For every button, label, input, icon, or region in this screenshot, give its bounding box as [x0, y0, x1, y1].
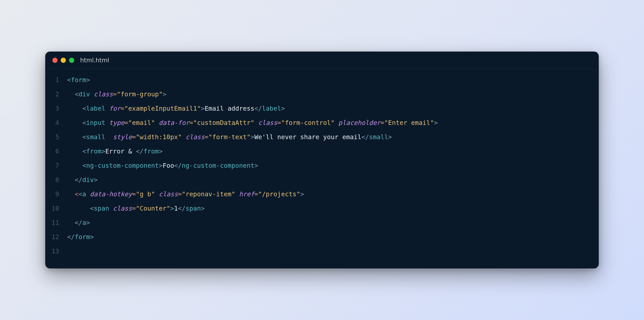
code-line: 12 </form> [45, 230, 599, 244]
code-editor[interactable]: 1 <form> 2 <div class="form-group"> 3 <l… [45, 69, 599, 269]
close-icon[interactable] [52, 58, 58, 63]
titlebar: html.html [45, 51, 599, 69]
line-number: 3 [45, 103, 67, 114]
line-number: 9 [45, 189, 67, 199]
code-line: 10 <span class="Counter">1</span> [45, 201, 599, 216]
editor-window: html.html 1 <form> 2 <div class="form-gr… [45, 51, 599, 269]
filename: html.html [80, 57, 109, 64]
code-line: 5 <small style="width:10px" class="form-… [45, 130, 599, 144]
line-number: 13 [45, 246, 67, 256]
line-number: 8 [45, 175, 67, 185]
line-number: 1 [45, 75, 67, 85]
code-line: 8 </div> [45, 173, 599, 187]
code-line: 4 <input type="email" data-for="customDa… [45, 116, 599, 130]
line-number: 4 [45, 118, 67, 128]
line-number: 6 [45, 146, 67, 156]
code-line: 3 <label for="exampleInputEmail1">Email … [45, 101, 599, 116]
code-line: 6 <from>Error & </from> [45, 144, 599, 159]
code-line: 11 </a> [45, 216, 599, 230]
minimize-icon[interactable] [61, 58, 66, 63]
line-number: 5 [45, 132, 67, 142]
code-line: 7 <ng-custom-component>Foo</ng-custom-co… [45, 159, 599, 173]
line-number: 12 [45, 232, 67, 242]
code-line: 1 <form> [45, 73, 599, 87]
code-line: 2 <div class="form-group"> [45, 87, 599, 101]
code-line: 13 [45, 244, 599, 259]
maximize-icon[interactable] [69, 58, 74, 63]
line-number: 2 [45, 89, 67, 99]
code-line: 9 <<a data-hotkey="g b" class="reponav-i… [45, 187, 599, 201]
traffic-lights [52, 58, 74, 63]
line-number: 7 [45, 161, 67, 171]
line-number: 11 [45, 218, 67, 228]
line-number: 10 [45, 203, 67, 214]
